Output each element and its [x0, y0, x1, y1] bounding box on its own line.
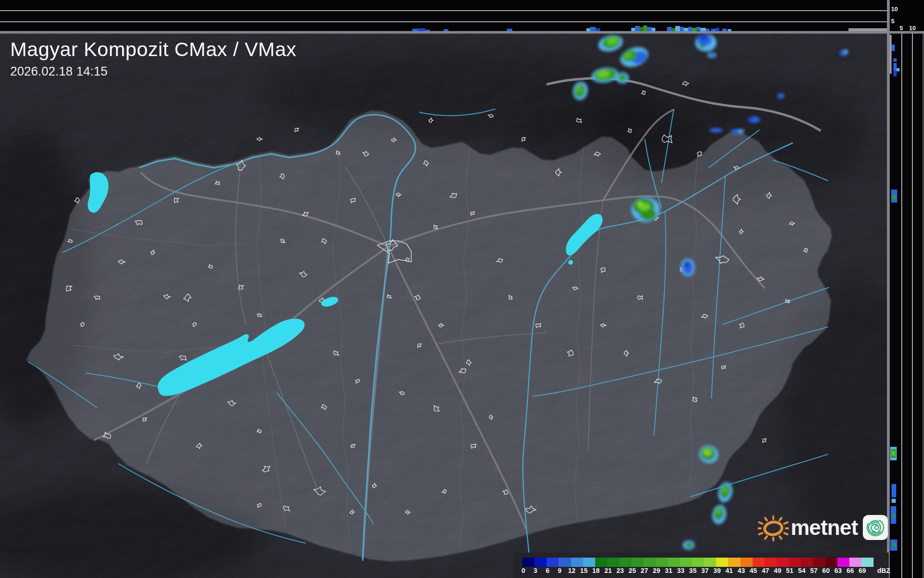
legend-tick-label: 63 — [835, 567, 842, 574]
vertical-divider — [887, 0, 890, 578]
legend-tick-label: 37 — [701, 567, 709, 574]
dbz-legend: 0369121518212325272931333537394143454749… — [513, 553, 889, 578]
legend-color-cell — [619, 558, 631, 567]
legend-tick-label: 45 — [750, 567, 757, 574]
metnet-app-icon — [862, 514, 888, 541]
legend-color-cell — [704, 558, 716, 567]
legend-color-cell — [583, 558, 595, 567]
legend-tick-label: 54 — [798, 567, 805, 574]
legend-color-cell — [559, 558, 571, 567]
legend-tick-label: 6 — [546, 567, 549, 574]
horizontal-divider — [0, 31, 924, 34]
legend-tick-label: 51 — [786, 567, 793, 574]
legend-tick-label: 29 — [653, 567, 660, 574]
map-title: Magyar Kompozit CMax / VMax — [10, 38, 296, 61]
legend-tick-label: 23 — [616, 567, 624, 574]
legend-color-cell — [571, 558, 583, 567]
legend-tick-label: 41 — [725, 567, 733, 574]
legend-color-cell — [607, 558, 619, 567]
legend-color-cell — [595, 558, 607, 567]
legend-color-cell — [534, 558, 547, 567]
radar-composite-map — [0, 0, 924, 578]
title-block: Magyar Kompozit CMax / VMax 2026.02.18 1… — [10, 38, 296, 79]
legend-color-cell — [522, 558, 534, 567]
right-profile-panel — [890, 0, 924, 578]
legend-color-cell — [680, 558, 692, 567]
legend-tick-label: 69 — [859, 567, 866, 574]
legend-tick-label: 49 — [774, 567, 781, 574]
legend-tick-label: 25 — [629, 567, 636, 574]
legend-color-cell — [765, 558, 777, 567]
metnet-logo[interactable]: metnet — [758, 507, 888, 548]
legend-color-cell — [631, 558, 643, 567]
legend-tick-label: 57 — [810, 567, 817, 574]
legend-color-cell — [753, 558, 765, 567]
echo-cell — [683, 540, 695, 550]
legend-color-cell — [656, 558, 668, 567]
legend-color-cell — [837, 558, 849, 567]
legend-color-cell — [741, 558, 753, 567]
legend-tick-label: 60 — [822, 567, 830, 574]
legend-color-cell — [861, 558, 874, 567]
legend-tick-label: 31 — [665, 567, 673, 574]
dbz-colorbar — [522, 558, 874, 567]
legend-unit-label: dBZ — [877, 567, 890, 574]
top-baseline-marker — [849, 28, 887, 31]
legend-tick-label: 0 — [522, 567, 525, 574]
range-axis-tick: 5 — [899, 25, 903, 32]
legend-tick-label: 47 — [762, 567, 769, 574]
map-datetime: 2026.02.18 14:15 — [10, 64, 296, 79]
legend-tick-label: 27 — [641, 567, 648, 574]
echo-cell — [681, 259, 695, 276]
radar-viewer: Magyar Kompozit CMax / VMax 2026.02.18 1… — [0, 0, 924, 578]
legend-color-cell — [728, 558, 740, 567]
legend-color-cell — [789, 558, 801, 567]
metnet-wordmark: metnet — [791, 515, 858, 540]
height-axis-tick: 5 — [891, 18, 894, 25]
echo-cell — [631, 197, 660, 222]
legend-tick-label: 9 — [558, 567, 561, 574]
legend-tick-label: 43 — [737, 567, 745, 574]
legend-tick-label: 3 — [534, 567, 537, 574]
height-axis-tick: 10 — [891, 6, 898, 13]
legend-color-cell — [716, 558, 728, 567]
top-profile-panel — [0, 0, 887, 32]
legend-color-cell — [777, 558, 789, 567]
metnet-sun-icon — [758, 507, 789, 548]
echo-cell — [616, 72, 629, 83]
legend-tick-label: 15 — [580, 567, 588, 574]
legend-color-cell — [813, 558, 825, 567]
legend-color-cell — [825, 558, 837, 567]
legend-color-cell — [801, 558, 813, 567]
legend-color-cell — [547, 558, 559, 567]
legend-tick-label: 33 — [677, 567, 685, 574]
map-layer — [0, 31, 924, 578]
legend-tick-label: 12 — [568, 567, 575, 574]
range-axis-tick: 10 — [909, 25, 916, 32]
legend-color-cell — [643, 558, 655, 567]
legend-tick-label: 18 — [592, 567, 600, 574]
legend-color-cell — [849, 558, 861, 567]
echo-cell — [707, 52, 717, 58]
legend-tick-label: 66 — [847, 567, 854, 574]
legend-color-cell — [668, 558, 680, 567]
legend-tick-label: 39 — [713, 567, 721, 574]
legend-tick-label: 35 — [689, 567, 697, 574]
dbz-tick-labels: 0369121518212325272931333537394143454749… — [522, 567, 888, 576]
legend-color-cell — [692, 558, 704, 567]
right-baseline-marker — [890, 35, 892, 74]
legend-tick-label: 21 — [604, 567, 612, 574]
